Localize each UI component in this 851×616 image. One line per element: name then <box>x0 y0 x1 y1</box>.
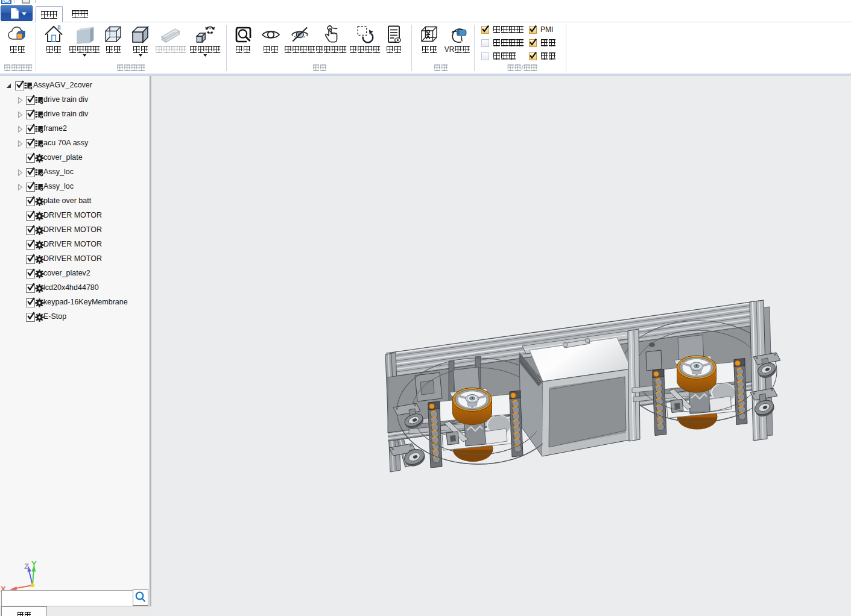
svg-text:Y: Y <box>31 559 37 568</box>
svg-text:Z: Z <box>24 562 29 571</box>
